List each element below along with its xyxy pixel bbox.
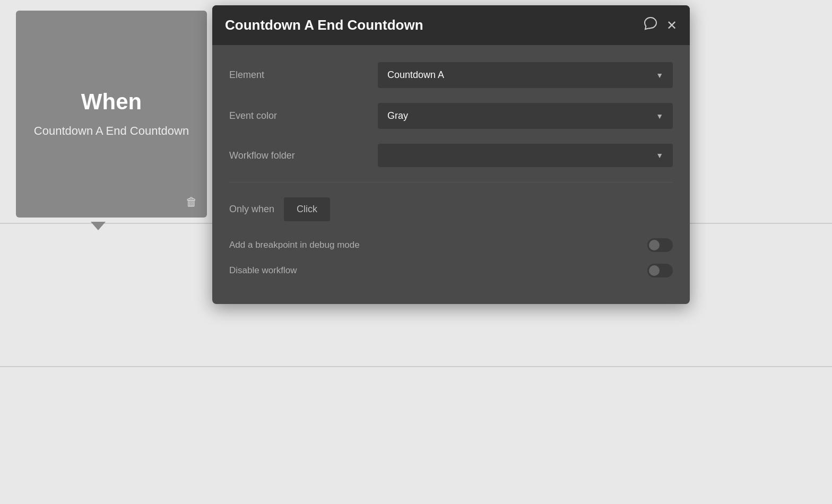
canvas-divider-bottom	[0, 366, 832, 367]
workflow-folder-dropdown-arrow: ▼	[656, 151, 663, 160]
panel-body: Element Countdown A ▼ Event color Gray ▼…	[212, 45, 690, 304]
element-label: Element	[229, 69, 378, 81]
element-row: Element Countdown A ▼	[229, 62, 673, 88]
when-card: When Countdown A End Countdown 🗑	[16, 11, 207, 218]
workflow-folder-row: Workflow folder ▼	[229, 144, 673, 167]
event-panel: Countdown A End Countdown ✕ Element Coun…	[212, 5, 690, 304]
event-color-control: Gray ▼	[378, 103, 673, 129]
workflow-folder-label: Workflow folder	[229, 150, 378, 161]
breakpoint-toggle-knob	[649, 240, 660, 250]
event-color-dropdown-arrow: ▼	[656, 112, 663, 120]
element-value: Countdown A	[387, 69, 444, 81]
disable-workflow-toggle-knob	[649, 265, 660, 276]
breakpoint-toggle[interactable]	[647, 238, 673, 252]
event-color-dropdown[interactable]: Gray ▼	[378, 103, 673, 129]
only-when-click-badge[interactable]: Click	[284, 197, 330, 221]
breakpoint-toggle-row: Add a breakpoint in debug mode	[229, 238, 673, 252]
disable-workflow-toggle-row: Disable workflow	[229, 264, 673, 277]
comment-icon[interactable]	[643, 16, 658, 34]
panel-header-actions: ✕	[643, 16, 677, 34]
event-color-label: Event color	[229, 110, 378, 121]
panel-title: Countdown A End Countdown	[225, 17, 423, 33]
close-panel-button[interactable]: ✕	[666, 18, 677, 33]
delete-card-button[interactable]: 🗑	[186, 195, 197, 209]
panel-header: Countdown A End Countdown ✕	[212, 5, 690, 45]
event-color-value: Gray	[387, 110, 408, 121]
canvas-arrow	[91, 222, 106, 230]
panel-section-divider	[229, 182, 673, 183]
only-when-row: Only when Click	[229, 197, 673, 221]
workflow-folder-control: ▼	[378, 144, 673, 167]
element-dropdown-arrow: ▼	[656, 71, 663, 80]
only-when-label: Only when	[229, 204, 274, 215]
disable-workflow-toggle[interactable]	[647, 264, 673, 277]
when-card-subtitle: Countdown A End Countdown	[34, 123, 189, 140]
disable-workflow-label: Disable workflow	[229, 265, 297, 276]
element-control: Countdown A ▼	[378, 62, 673, 88]
workflow-folder-dropdown[interactable]: ▼	[378, 144, 673, 167]
breakpoint-label: Add a breakpoint in debug mode	[229, 240, 360, 250]
element-dropdown[interactable]: Countdown A ▼	[378, 62, 673, 88]
event-color-row: Event color Gray ▼	[229, 103, 673, 129]
when-card-title: When	[81, 89, 142, 115]
